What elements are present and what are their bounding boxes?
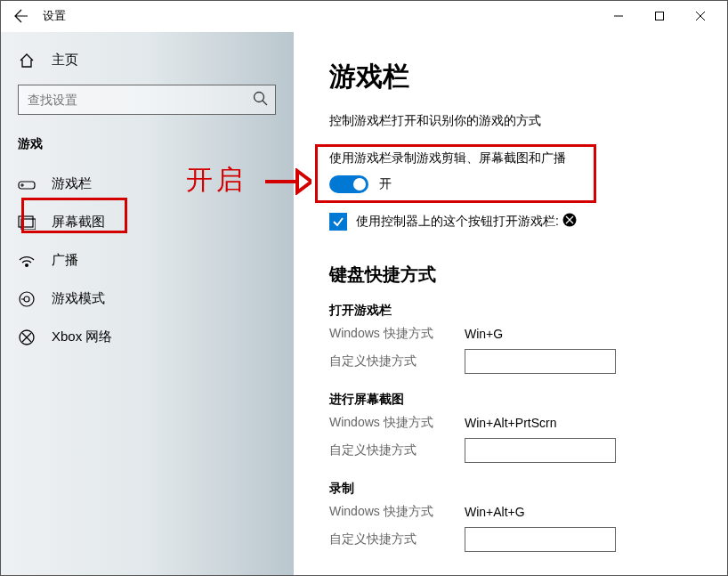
search-input[interactable]	[18, 85, 276, 115]
svg-point-2	[255, 93, 264, 102]
arrow-right-icon	[263, 168, 311, 195]
svg-marker-16	[297, 171, 311, 192]
record-toggle[interactable]	[329, 175, 368, 193]
search-icon	[253, 91, 269, 110]
svg-line-3	[263, 101, 267, 105]
annotation-text: 开启	[186, 162, 247, 199]
